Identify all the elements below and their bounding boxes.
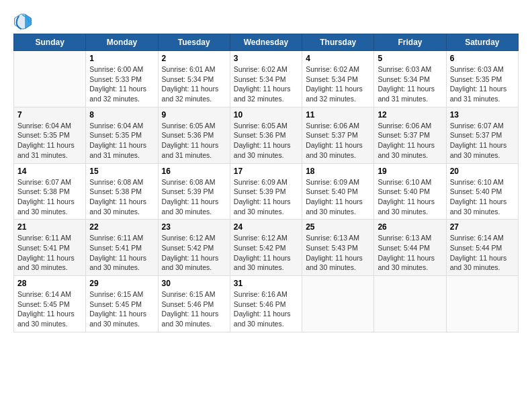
calendar-cell: 28Sunrise: 6:14 AM Sunset: 5:45 PM Dayli…: [14, 276, 86, 332]
calendar-cell: 10Sunrise: 6:05 AM Sunset: 5:36 PM Dayli…: [230, 107, 302, 163]
calendar-cell: 24Sunrise: 6:12 AM Sunset: 5:42 PM Dayli…: [230, 220, 302, 276]
calendar-cell: 14Sunrise: 6:07 AM Sunset: 5:38 PM Dayli…: [14, 163, 86, 220]
day-info: Sunrise: 6:10 AM Sunset: 5:40 PM Dayligh…: [450, 177, 515, 217]
day-info: Sunrise: 6:09 AM Sunset: 5:40 PM Dayligh…: [306, 177, 370, 217]
calendar-cell: 16Sunrise: 6:08 AM Sunset: 5:39 PM Dayli…: [158, 163, 230, 220]
calendar-cell: 13Sunrise: 6:07 AM Sunset: 5:37 PM Dayli…: [446, 107, 518, 163]
calendar-cell: 20Sunrise: 6:10 AM Sunset: 5:40 PM Dayli…: [446, 163, 518, 220]
calendar-cell: 4Sunrise: 6:02 AM Sunset: 5:34 PM Daylig…: [302, 51, 374, 107]
day-info: Sunrise: 6:06 AM Sunset: 5:37 PM Dayligh…: [306, 121, 370, 161]
calendar-cell: 26Sunrise: 6:13 AM Sunset: 5:44 PM Dayli…: [374, 220, 446, 276]
calendar-cell: 12Sunrise: 6:06 AM Sunset: 5:37 PM Dayli…: [374, 107, 446, 163]
calendar-cell: 15Sunrise: 6:08 AM Sunset: 5:38 PM Dayli…: [86, 163, 158, 220]
day-info: Sunrise: 6:15 AM Sunset: 5:46 PM Dayligh…: [162, 289, 226, 329]
day-header-friday: Friday: [374, 34, 446, 51]
day-number: 8: [89, 110, 154, 120]
day-number: 28: [17, 279, 82, 288]
day-number: 4: [306, 54, 370, 63]
day-info: Sunrise: 6:02 AM Sunset: 5:34 PM Dayligh…: [306, 64, 370, 104]
day-number: 30: [162, 279, 226, 288]
day-number: 16: [162, 167, 226, 176]
day-number: 3: [234, 54, 298, 63]
calendar-cell: 11Sunrise: 6:06 AM Sunset: 5:37 PM Dayli…: [302, 107, 374, 163]
day-info: Sunrise: 6:04 AM Sunset: 5:35 PM Dayligh…: [89, 121, 154, 161]
day-number: 10: [234, 110, 298, 120]
day-number: 17: [234, 167, 298, 176]
day-number: 12: [378, 110, 442, 120]
day-number: 20: [450, 167, 515, 176]
day-number: 14: [17, 167, 82, 176]
day-number: 22: [89, 222, 154, 232]
calendar-cell: 30Sunrise: 6:15 AM Sunset: 5:46 PM Dayli…: [158, 276, 230, 332]
calendar-cell: [302, 276, 374, 332]
week-row-5: 28Sunrise: 6:14 AM Sunset: 5:45 PM Dayli…: [14, 276, 519, 332]
calendar-cell: 31Sunrise: 6:16 AM Sunset: 5:46 PM Dayli…: [230, 276, 302, 332]
day-number: 18: [306, 167, 370, 176]
day-info: Sunrise: 6:15 AM Sunset: 5:45 PM Dayligh…: [89, 289, 154, 329]
day-number: 7: [17, 110, 82, 120]
day-info: Sunrise: 6:11 AM Sunset: 5:41 PM Dayligh…: [17, 233, 82, 273]
week-row-4: 21Sunrise: 6:11 AM Sunset: 5:41 PM Dayli…: [14, 220, 519, 276]
day-info: Sunrise: 6:12 AM Sunset: 5:42 PM Dayligh…: [162, 233, 226, 273]
day-number: 29: [89, 279, 154, 288]
day-info: Sunrise: 6:09 AM Sunset: 5:39 PM Dayligh…: [234, 177, 298, 217]
calendar-cell: 17Sunrise: 6:09 AM Sunset: 5:39 PM Dayli…: [230, 163, 302, 220]
day-info: Sunrise: 6:04 AM Sunset: 5:35 PM Dayligh…: [17, 121, 82, 161]
calendar-cell: [374, 276, 446, 332]
calendar-cell: 21Sunrise: 6:11 AM Sunset: 5:41 PM Dayli…: [14, 220, 86, 276]
day-header-monday: Monday: [86, 34, 158, 51]
day-header-saturday: Saturday: [446, 34, 518, 51]
week-row-2: 7Sunrise: 6:04 AM Sunset: 5:35 PM Daylig…: [14, 107, 519, 163]
calendar-cell: 27Sunrise: 6:14 AM Sunset: 5:44 PM Dayli…: [446, 220, 518, 276]
calendar-cell: 3Sunrise: 6:02 AM Sunset: 5:34 PM Daylig…: [230, 51, 302, 107]
day-info: Sunrise: 6:05 AM Sunset: 5:36 PM Dayligh…: [162, 121, 226, 161]
calendar-cell: 6Sunrise: 6:03 AM Sunset: 5:35 PM Daylig…: [446, 51, 518, 107]
day-info: Sunrise: 6:05 AM Sunset: 5:36 PM Dayligh…: [234, 121, 298, 161]
day-number: 6: [450, 54, 515, 63]
calendar-cell: 8Sunrise: 6:04 AM Sunset: 5:35 PM Daylig…: [86, 107, 158, 163]
day-number: 13: [450, 110, 515, 120]
day-info: Sunrise: 6:13 AM Sunset: 5:44 PM Dayligh…: [378, 233, 442, 273]
day-info: Sunrise: 6:03 AM Sunset: 5:34 PM Dayligh…: [378, 64, 442, 104]
header: [13, 12, 519, 31]
calendar-cell: 9Sunrise: 6:05 AM Sunset: 5:36 PM Daylig…: [158, 107, 230, 163]
logo: [13, 12, 35, 31]
day-info: Sunrise: 6:06 AM Sunset: 5:37 PM Dayligh…: [378, 121, 442, 161]
day-number: 11: [306, 110, 370, 120]
day-info: Sunrise: 6:12 AM Sunset: 5:42 PM Dayligh…: [234, 233, 298, 273]
day-header-tuesday: Tuesday: [158, 34, 230, 51]
day-info: Sunrise: 6:03 AM Sunset: 5:35 PM Dayligh…: [450, 64, 515, 104]
page-container: SundayMondayTuesdayWednesdayThursdayFrid…: [0, 0, 532, 339]
calendar-cell: 23Sunrise: 6:12 AM Sunset: 5:42 PM Dayli…: [158, 220, 230, 276]
day-info: Sunrise: 6:13 AM Sunset: 5:43 PM Dayligh…: [306, 233, 370, 273]
day-number: 5: [378, 54, 442, 63]
calendar-cell: 5Sunrise: 6:03 AM Sunset: 5:34 PM Daylig…: [374, 51, 446, 107]
day-info: Sunrise: 6:14 AM Sunset: 5:44 PM Dayligh…: [450, 233, 515, 273]
calendar-cell: 19Sunrise: 6:10 AM Sunset: 5:40 PM Dayli…: [374, 163, 446, 220]
day-number: 21: [17, 222, 82, 232]
day-info: Sunrise: 6:07 AM Sunset: 5:38 PM Dayligh…: [17, 177, 82, 217]
calendar-cell: [14, 51, 86, 107]
calendar-cell: 18Sunrise: 6:09 AM Sunset: 5:40 PM Dayli…: [302, 163, 374, 220]
day-number: 31: [234, 279, 298, 288]
day-info: Sunrise: 6:01 AM Sunset: 5:34 PM Dayligh…: [162, 64, 226, 104]
day-header-thursday: Thursday: [302, 34, 374, 51]
day-header-sunday: Sunday: [14, 34, 86, 51]
day-number: 9: [162, 110, 226, 120]
day-info: Sunrise: 6:16 AM Sunset: 5:46 PM Dayligh…: [234, 289, 298, 329]
day-info: Sunrise: 6:08 AM Sunset: 5:39 PM Dayligh…: [162, 177, 226, 217]
calendar-cell: 25Sunrise: 6:13 AM Sunset: 5:43 PM Dayli…: [302, 220, 374, 276]
day-info: Sunrise: 6:00 AM Sunset: 5:33 PM Dayligh…: [89, 64, 154, 104]
calendar-cell: 29Sunrise: 6:15 AM Sunset: 5:45 PM Dayli…: [86, 276, 158, 332]
day-info: Sunrise: 6:07 AM Sunset: 5:37 PM Dayligh…: [450, 121, 515, 161]
day-number: 25: [306, 222, 370, 232]
calendar-table: SundayMondayTuesdayWednesdayThursdayFrid…: [13, 34, 519, 332]
calendar-cell: 2Sunrise: 6:01 AM Sunset: 5:34 PM Daylig…: [158, 51, 230, 107]
day-info: Sunrise: 6:08 AM Sunset: 5:38 PM Dayligh…: [89, 177, 154, 217]
day-header-wednesday: Wednesday: [230, 34, 302, 51]
calendar-cell: [446, 276, 518, 332]
calendar-cell: 22Sunrise: 6:11 AM Sunset: 5:41 PM Dayli…: [86, 220, 158, 276]
week-row-1: 1Sunrise: 6:00 AM Sunset: 5:33 PM Daylig…: [14, 51, 519, 107]
day-number: 15: [89, 167, 154, 176]
day-number: 23: [162, 222, 226, 232]
